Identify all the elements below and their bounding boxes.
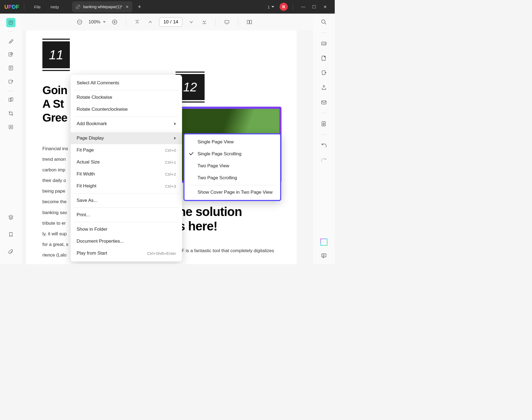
zoom-value: 100% [89,19,100,25]
protect-button[interactable] [320,120,328,128]
email-button[interactable] [320,98,328,106]
menu-help[interactable]: Help [51,5,59,9]
check-icon [189,151,193,155]
page-number-badge: 11 [42,41,70,68]
ctx-rotate-clockwise[interactable]: Rotate Clockwise [71,91,182,103]
ctx-rotate-counterclockwise[interactable]: Rotate Counterclockwise [71,103,182,115]
context-menu: Select All Comments Rotate Clockwise Rot… [71,75,182,261]
first-page-button[interactable] [133,18,141,26]
share-button[interactable] [320,84,328,92]
prev-page-button[interactable] [146,18,154,26]
ctx-document-properties[interactable]: Document Properties... [71,235,182,247]
export-button[interactable] [320,69,328,77]
minimize-button[interactable]: — [298,1,309,12]
convert-button[interactable] [320,54,328,62]
search-button[interactable] [320,18,328,26]
divider [321,33,327,33]
close-tab-icon[interactable]: × [126,4,129,10]
bookmark-panel-button[interactable] [6,230,15,239]
user-avatar[interactable]: B [280,3,288,11]
chevron-down-icon [103,21,106,23]
divider [8,91,14,91]
chevron-down-icon[interactable] [271,6,274,8]
ocr-button[interactable]: OCR [320,39,328,48]
highlighter-tool[interactable] [6,36,15,45]
ctx-page-display[interactable]: Page Display [71,132,182,144]
top-toolbar: 100% 10 / 14 [22,14,313,30]
ctx-actual-size[interactable]: Actual SizeCtrl+1 [71,156,182,168]
page-input[interactable]: 10 / 14 [159,17,182,27]
zoom-out-button[interactable] [76,18,84,26]
divider [293,4,293,10]
divider [8,32,14,32]
heading-left: GoinA StGree [42,84,67,125]
page-tool[interactable] [6,63,15,73]
menu-file[interactable]: File [34,5,40,9]
sub-single-page-scrolling[interactable]: Single Page Scrolling [184,148,280,160]
svg-rect-31 [225,20,229,23]
divider [74,90,179,90]
sub-single-page-view[interactable]: Single Page View [184,136,280,148]
next-page-button[interactable] [187,18,195,26]
ctx-play-from-start[interactable]: Play from StartCtrl+Shift+Enter [71,247,182,259]
svg-text:OCR: OCR [323,43,327,45]
reader-mode-button[interactable] [6,18,15,27]
left-sidebar [0,14,22,264]
divider [215,18,216,26]
divider [74,116,179,117]
divider [189,185,276,185]
tab-unsaved-icon [76,5,80,9]
sub-show-cover-page[interactable]: Show Cover Page in Two Page View [184,186,280,198]
tab-title: banking whitepapar(1)* [83,5,123,9]
ctx-fit-width[interactable]: Fit WidthCtrl+2 [71,168,182,180]
last-page-button[interactable] [200,18,208,26]
attachment-button[interactable] [6,247,15,257]
page-layout-button[interactable] [245,18,254,26]
app-logo: UPDF [4,4,19,10]
divider [321,134,327,135]
ai-assistant-button[interactable] [320,238,328,246]
shortcut: Ctrl+Shift+Enter [147,251,176,256]
svg-rect-0 [9,21,12,24]
divider [74,131,179,131]
edit-tool[interactable] [6,50,15,59]
comment-panel-button[interactable] [320,252,328,260]
zoom-in-button[interactable] [111,18,119,26]
svg-point-12 [322,20,325,23]
ctx-show-in-folder[interactable]: Show in Folder [71,223,182,235]
ctx-select-all-comments[interactable]: Select All Comments [71,77,182,89]
svg-rect-19 [322,122,326,126]
presentation-button[interactable] [223,18,231,26]
zoom-dropdown[interactable]: 100% [89,19,106,25]
shortcut: Ctrl+2 [165,172,176,177]
close-window-button[interactable]: ✕ [320,1,330,12]
svg-line-13 [325,23,326,24]
ctx-add-bookmark[interactable]: Add Bookmark [71,118,182,130]
sub-two-page-view[interactable]: Two Page View [184,160,280,172]
document-tab[interactable]: banking whitepapar(1)* × [72,1,133,12]
organize-tool[interactable] [6,95,15,104]
ctx-save-as[interactable]: Save As... [71,194,182,206]
undo-button[interactable] [320,141,328,149]
form-tool[interactable] [6,77,15,86]
svg-point-20 [323,123,324,125]
crop-tool[interactable] [6,109,15,118]
svg-rect-18 [322,101,326,104]
layers-button[interactable] [6,212,15,222]
redo-button[interactable] [320,156,328,164]
sub-two-page-scrolling[interactable]: Two Page Scrolling [184,172,280,184]
compress-tool[interactable] [6,122,15,132]
maximize-button[interactable]: ☐ [309,1,320,12]
ctx-print[interactable]: Print... [71,209,182,221]
ctx-fit-height[interactable]: Fit HeightCtrl+3 [71,180,182,192]
svg-rect-17 [322,71,325,75]
shortcut: Ctrl+3 [165,184,176,189]
svg-rect-8 [9,80,12,83]
window-count[interactable]: 1 [268,5,270,9]
new-tab-button[interactable]: + [138,3,141,10]
divider [74,222,179,222]
divider [238,18,238,26]
titlebar: UPDF File Help banking whitepapar(1)* × … [0,0,335,14]
ctx-fit-page[interactable]: Fit PageCtrl+0 [71,144,182,156]
heading-right: he solutions here! [178,205,242,233]
